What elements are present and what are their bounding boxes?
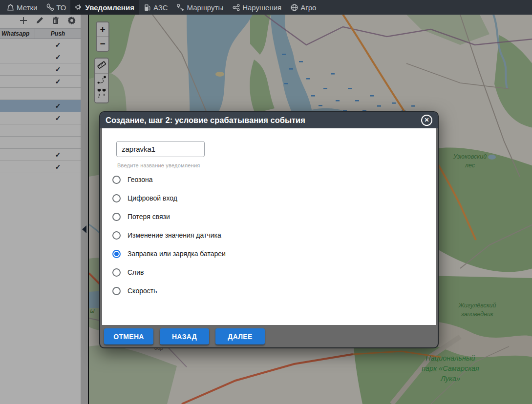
share-icon	[232, 3, 240, 12]
radio-selected-icon	[112, 250, 121, 258]
radio-option-connection-loss[interactable]: Потеря связи	[112, 207, 426, 226]
radio-option-label: Скорость	[128, 287, 157, 295]
nav-item-label: Нарушения	[242, 3, 281, 12]
notification-name-input[interactable]	[116, 141, 205, 157]
radio-option-label: Изменение значения датчика	[128, 231, 221, 239]
modal-title: Создание, шаг 2: условие срабатывания со…	[106, 116, 421, 125]
nav-item-agro[interactable]: Агро	[286, 0, 320, 15]
nav-item-maintenance[interactable]: ТО	[42, 0, 70, 15]
cancel-button[interactable]: ОТМЕНА	[104, 328, 153, 344]
nav-item-label: Маршруты	[187, 3, 223, 12]
radio-icon	[112, 287, 121, 295]
nav-item-fuel-stations[interactable]: АЗС	[139, 0, 172, 15]
radio-icon	[112, 268, 121, 277]
nav-item-marks[interactable]: Метки	[2, 0, 42, 15]
radio-option-label: Заправка или зарядка батареи	[128, 250, 226, 258]
radio-icon	[112, 213, 121, 221]
nav-item-label: Метки	[17, 3, 37, 12]
nav-item-label: АЗС	[153, 3, 168, 12]
radio-option-speed[interactable]: Скорость	[112, 282, 426, 300]
radio-option-label: Цифровой вход	[128, 194, 177, 202]
megaphone-icon	[75, 3, 83, 12]
nav-item-label: Уведомления	[85, 3, 134, 12]
tag-icon	[6, 3, 15, 12]
globe-icon	[290, 3, 298, 12]
radio-option-geozone[interactable]: Геозона	[112, 170, 426, 189]
close-icon: ✕	[424, 117, 429, 123]
radio-option-refuel[interactable]: Заправка или зарядка батареи	[112, 244, 426, 263]
radio-icon	[112, 231, 121, 240]
nav-item-routes[interactable]: Маршруты	[172, 0, 228, 15]
modal-body: Введите название уведомления ГеозонаЦифр…	[102, 128, 436, 325]
nav-item-violations[interactable]: Нарушения	[228, 0, 286, 15]
create-notification-modal: Создание, шаг 2: условие срабатывания со…	[99, 111, 439, 348]
topbar: МеткиТОУведомленияАЗСМаршрутыНарушенияАг…	[0, 0, 532, 15]
radio-icon	[112, 176, 121, 184]
radio-option-label: Слив	[128, 268, 144, 276]
next-button[interactable]: ДАЛЕЕ	[215, 328, 265, 344]
radio-option-digital-input[interactable]: Цифровой вход	[112, 189, 426, 207]
radio-option-drain[interactable]: Слив	[112, 263, 426, 282]
radio-option-sensor-change[interactable]: Изменение значения датчика	[112, 226, 426, 244]
radio-option-label: Геозона	[128, 176, 153, 183]
radio-option-label: Потеря связи	[128, 213, 170, 221]
back-button[interactable]: НАЗАД	[160, 328, 209, 344]
notification-name-hint: Введите название уведомления	[117, 162, 200, 168]
event-type-radio-group: ГеозонаЦифровой входПотеря связиИзменени…	[112, 170, 426, 300]
route-icon	[176, 3, 185, 12]
modal-header: Создание, шаг 2: условие срабатывания со…	[100, 112, 438, 128]
nav-item-label: ТО	[56, 3, 66, 12]
wrench-icon	[46, 3, 54, 12]
app-window: МеткиТОУведомленияАЗСМаршрутыНарушенияАг…	[0, 0, 532, 404]
modal-footer: ОТМЕНАНАЗАДДАЛЕЕ	[100, 325, 438, 347]
close-button[interactable]: ✕	[421, 115, 432, 126]
nav-item-notifications[interactable]: Уведомления	[70, 0, 138, 15]
nav-item-label: Агро	[300, 3, 316, 12]
radio-icon	[112, 194, 121, 202]
fuel-icon	[143, 3, 151, 12]
